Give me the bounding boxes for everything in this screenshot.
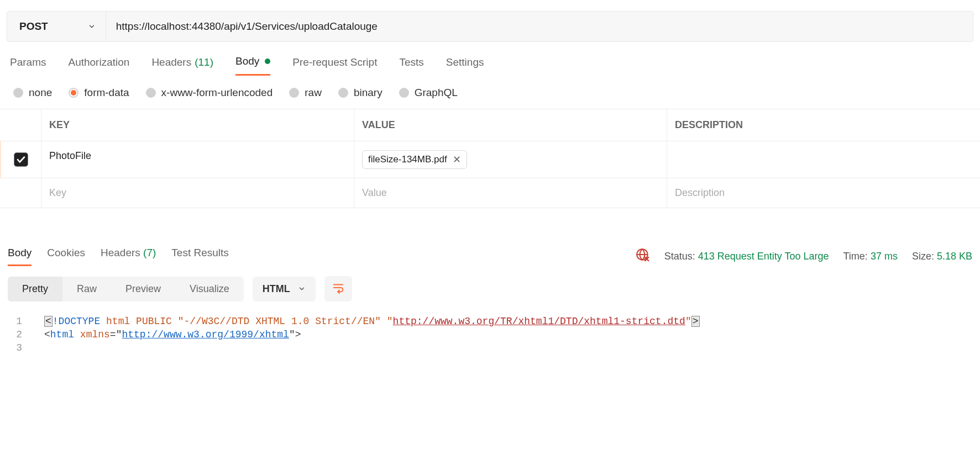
row-key-cell[interactable]: PhotoFile xyxy=(41,141,354,178)
size-label: Size: xyxy=(912,251,934,262)
wrap-lines-button[interactable] xyxy=(324,276,352,301)
response-meta: Status: 413 Request Entity Too Large Tim… xyxy=(636,248,972,265)
view-tab-preview[interactable]: Preview xyxy=(111,277,175,301)
code-line: 3 xyxy=(0,341,980,354)
description-input[interactable]: Description xyxy=(667,178,980,208)
request-tabs: Params Authorization Headers (11) Body P… xyxy=(0,42,980,76)
response-headers-count: (7) xyxy=(143,247,156,258)
radio-icon xyxy=(146,88,156,98)
radio-binary[interactable]: binary xyxy=(338,87,382,99)
resp-tab-cookies[interactable]: Cookies xyxy=(47,247,85,266)
key-input[interactable]: Key xyxy=(41,178,354,208)
remove-file-icon[interactable]: ✕ xyxy=(453,153,461,166)
tab-body[interactable]: Body xyxy=(235,55,270,76)
status-block[interactable]: Status: 413 Request Entity Too Large xyxy=(664,251,829,262)
response-body-code[interactable]: 1 <!DOCTYPE html PUBLIC "-//W3C//DTD XHT… xyxy=(0,311,980,362)
network-globe-icon[interactable] xyxy=(636,248,650,265)
format-label: HTML xyxy=(263,283,290,295)
table-row: PhotoFile fileSize-134MB.pdf ✕ xyxy=(0,141,980,178)
radio-none[interactable]: none xyxy=(13,87,52,99)
line-number: 2 xyxy=(0,329,44,340)
radio-icon xyxy=(338,88,348,98)
checkbox-checked-icon xyxy=(14,152,28,167)
row-value-cell[interactable]: fileSize-134MB.pdf ✕ xyxy=(354,141,667,178)
radio-graphql[interactable]: GraphQL xyxy=(399,87,458,99)
resp-tab-test-results[interactable]: Test Results xyxy=(171,247,228,266)
view-mode-tabs: Pretty Raw Preview Visualize xyxy=(8,277,244,301)
resp-tab-headers[interactable]: Headers (7) xyxy=(101,247,156,266)
request-url-input[interactable]: https://localhost:44380/api/v1/Services/… xyxy=(106,12,973,41)
size-block[interactable]: Size: 5.18 KB xyxy=(912,251,972,262)
row-key-text: PhotoFile xyxy=(49,150,91,161)
response-tabs: Body Cookies Headers (7) Test Results xyxy=(8,247,229,266)
tab-tests[interactable]: Tests xyxy=(399,55,423,76)
table-row-empty: Key Value Description xyxy=(0,178,980,208)
response-tabs-row: Body Cookies Headers (7) Test Results St… xyxy=(0,247,980,266)
status-label: Status: xyxy=(664,251,695,262)
col-description: DESCRIPTION xyxy=(667,109,980,141)
tab-params[interactable]: Params xyxy=(10,55,46,76)
time-value: 37 ms xyxy=(871,251,898,262)
radio-raw[interactable]: raw xyxy=(289,87,322,99)
file-chip[interactable]: fileSize-134MB.pdf ✕ xyxy=(362,150,467,169)
col-key: KEY xyxy=(41,109,354,141)
time-block[interactable]: Time: 37 ms xyxy=(843,251,898,262)
view-tab-raw[interactable]: Raw xyxy=(62,277,111,301)
radio-icon xyxy=(399,88,409,98)
view-tab-visualize[interactable]: Visualize xyxy=(175,277,244,301)
col-value: VALUE xyxy=(354,109,667,141)
headers-count: (11) xyxy=(195,56,213,68)
status-value: 413 Request Entity Too Large xyxy=(698,251,829,262)
tab-headers[interactable]: Headers (11) xyxy=(151,55,213,76)
tab-headers-label: Headers xyxy=(151,56,191,68)
tab-authorization[interactable]: Authorization xyxy=(68,55,129,76)
line-number: 1 xyxy=(0,316,44,327)
wrap-icon xyxy=(332,282,344,294)
response-view-controls: Pretty Raw Preview Visualize HTML xyxy=(0,266,980,311)
radio-form-data[interactable]: form-data xyxy=(69,87,129,99)
view-tab-pretty[interactable]: Pretty xyxy=(8,277,62,301)
radio-urlencoded[interactable]: x-www-form-urlencoded xyxy=(146,87,273,99)
request-bar: POST https://localhost:44380/api/v1/Serv… xyxy=(7,11,973,42)
table-header: KEY VALUE DESCRIPTION xyxy=(0,109,980,141)
response-section: Body Cookies Headers (7) Test Results St… xyxy=(0,247,980,362)
resp-tab-body[interactable]: Body xyxy=(8,247,32,266)
form-data-table: KEY VALUE DESCRIPTION PhotoFile fileSize… xyxy=(0,109,980,208)
body-type-selector: none form-data x-www-form-urlencoded raw… xyxy=(0,76,980,109)
row-enable-cell[interactable] xyxy=(0,141,41,178)
value-input[interactable]: Value xyxy=(354,178,667,208)
radio-icon xyxy=(13,88,23,98)
code-line: 1 <!DOCTYPE html PUBLIC "-//W3C//DTD XHT… xyxy=(0,315,980,328)
file-name: fileSize-134MB.pdf xyxy=(368,154,447,165)
time-label: Time: xyxy=(843,251,868,262)
radio-icon xyxy=(69,88,78,98)
line-number: 3 xyxy=(0,342,44,353)
code-line: 2 <html xmlns="http://www.w3.org/1999/xh… xyxy=(0,328,980,341)
chevron-down-icon xyxy=(88,23,96,30)
http-method-select[interactable]: POST xyxy=(7,12,106,41)
tab-settings[interactable]: Settings xyxy=(446,55,484,76)
response-format-select[interactable]: HTML xyxy=(253,277,316,301)
request-url-text: https://localhost:44380/api/v1/Services/… xyxy=(116,20,378,33)
tab-prerequest-script[interactable]: Pre-request Script xyxy=(292,55,377,76)
radio-icon xyxy=(289,88,299,98)
chevron-down-icon xyxy=(298,285,306,293)
size-value: 5.18 KB xyxy=(937,251,972,262)
http-method-label: POST xyxy=(19,20,48,33)
body-modified-dot-icon xyxy=(265,59,270,64)
row-description-cell[interactable] xyxy=(667,141,980,178)
